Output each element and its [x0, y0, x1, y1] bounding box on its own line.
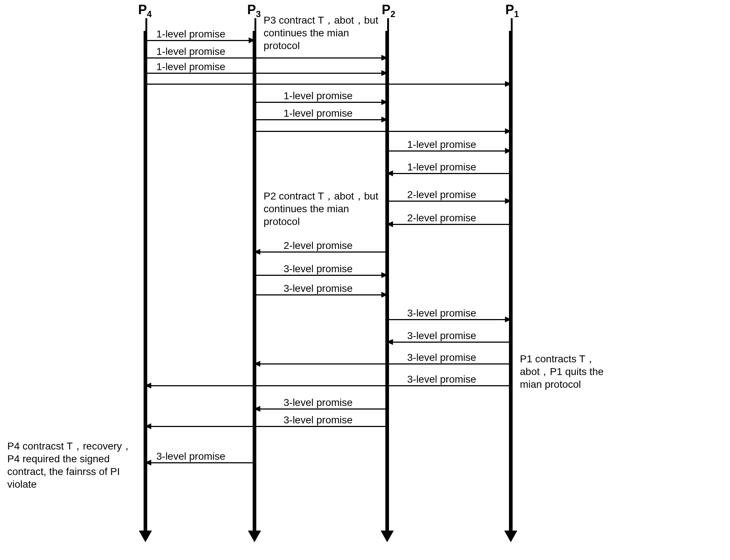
note-p1: P1 contracts T，abot，P1 quits the mian pr… — [520, 352, 614, 391]
msg-p4-p2-1b — [145, 73, 387, 74]
msg-p2-p3-2 — [254, 251, 387, 253]
msg-label-16: 3-level promise — [407, 374, 476, 385]
msg-p1-p2-3 — [387, 342, 511, 343]
lifeline-p4-end — [139, 531, 152, 542]
msg-p1-p4-3 — [145, 385, 511, 386]
note-p4: P4 contracst T，recovery，P4 required the … — [7, 440, 138, 491]
msg-p2-p3-3 — [254, 408, 387, 410]
msg-p1-p2-1 — [387, 173, 511, 174]
msg-label-2: 1-level promise — [156, 46, 225, 57]
msg-p4-p3-1 — [145, 40, 254, 41]
msg-label-11: 3-level promise — [284, 263, 353, 275]
msg-label-8: 2-level promise — [407, 189, 476, 201]
lifeline-p1-end — [504, 531, 517, 542]
msg-p4-p1 — [145, 84, 511, 85]
msg-p4-p2-1a — [145, 57, 387, 59]
lifeline-p2 — [385, 31, 389, 532]
msg-label-4: 1-level promise — [284, 90, 353, 102]
msg-p2-p1-1 — [387, 150, 511, 152]
msg-label-7: 1-level promise — [407, 161, 476, 173]
msg-p1-p2-2 — [387, 224, 511, 225]
participant-p4: P4 — [138, 2, 152, 19]
note-p3: P3 contract T，abot，but continues the mia… — [264, 14, 384, 52]
participant-p2: P2 — [382, 2, 395, 19]
msg-label-5: 1-level promise — [284, 108, 353, 119]
msg-p2-p4-3 — [145, 426, 387, 427]
msg-p3-p1 — [254, 131, 511, 132]
msg-label-15: 3-level promise — [407, 352, 476, 363]
msg-p3-p4-3 — [145, 462, 254, 463]
msg-label-12: 3-level promise — [284, 283, 353, 294]
msg-label-18: 3-level promise — [284, 414, 353, 426]
msg-label-9: 2-level promise — [407, 212, 476, 224]
lifeline-p2-end — [381, 531, 394, 542]
sequence-diagram: P4 P3 P2 P1 P3 contract T，abot，but conti… — [0, 0, 730, 560]
msg-label-19: 3-level promise — [156, 451, 225, 462]
msg-p2-p1-3 — [387, 319, 511, 320]
msg-label-14: 3-level promise — [407, 330, 476, 342]
msg-p3-p2-3b — [254, 294, 387, 295]
msg-label-3: 1-level promise — [156, 61, 225, 73]
lifeline-p3 — [253, 31, 256, 532]
msg-label-13: 3-level promise — [407, 307, 476, 319]
note-p2: P2 contract T，abot，but continues the mia… — [264, 190, 384, 228]
msg-p1-p3-3 — [254, 363, 511, 364]
lifeline-p3-end — [248, 531, 261, 542]
msg-p2-p1-2 — [387, 201, 511, 202]
participant-p1: P1 — [505, 2, 519, 19]
msg-p3-p2-1b — [254, 119, 387, 120]
msg-label-6: 1-level promise — [407, 139, 476, 150]
lifeline-p1 — [509, 31, 513, 532]
msg-p3-p2-1a — [254, 102, 387, 103]
msg-label-17: 3-level promise — [284, 397, 353, 408]
lifeline-p4 — [144, 31, 147, 532]
msg-label-1: 1-level promise — [156, 28, 225, 40]
msg-p3-p2-3a — [254, 275, 387, 276]
msg-label-10: 2-level promise — [284, 240, 353, 251]
participant-p3: P3 — [247, 2, 261, 19]
